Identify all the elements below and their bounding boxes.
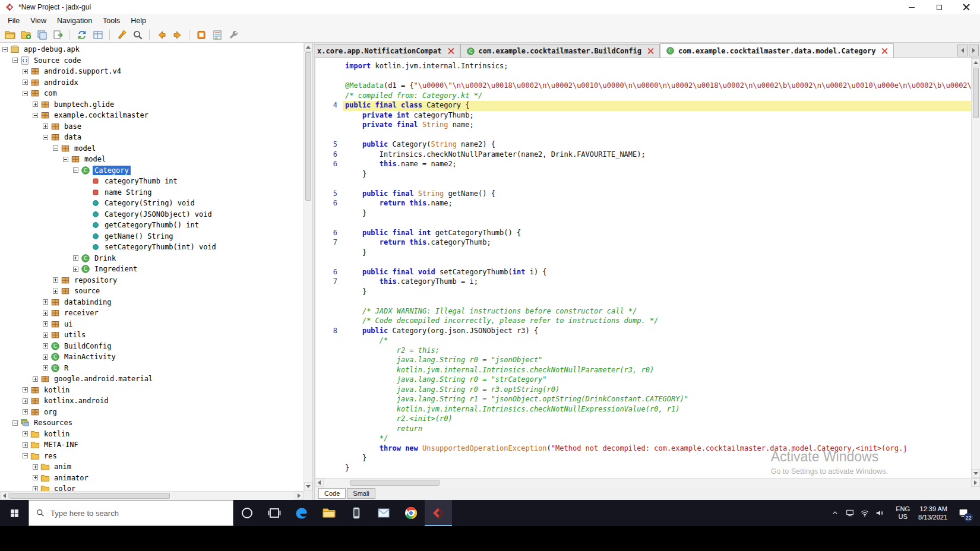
mail-taskbar-button[interactable]	[370, 500, 397, 526]
editor-tab-x-core-app-notificationcompat[interactable]: x.core.app.NotificationCompat	[315, 44, 460, 58]
collapse-handle-icon[interactable]	[2, 47, 8, 52]
menu-item-view[interactable]: View	[25, 15, 52, 26]
menu-item-help[interactable]: Help	[125, 15, 151, 26]
tree-item-kotlinx-android[interactable]: kotlinx.android	[0, 395, 304, 407]
tree-item-androidx[interactable]: androidx	[0, 77, 304, 88]
expand-handle-icon[interactable]	[43, 365, 48, 370]
collapse-handle-icon[interactable]	[53, 145, 58, 151]
tree-item-anim[interactable]: anim	[0, 461, 304, 473]
tree-item-source[interactable]: source	[0, 286, 304, 297]
tree-vertical-scrollbar[interactable]	[304, 43, 312, 491]
preferences-button[interactable]	[226, 28, 241, 42]
tree-item-android-support-v4[interactable]: android.support.v4	[0, 66, 304, 77]
tree-item-repository[interactable]: repository	[0, 275, 304, 286]
tree-item-animator[interactable]: animator	[0, 473, 304, 484]
editor-tab-com-example-cocktailmaster-data-model-category[interactable]: Ccom.example.cocktailmaster.data.model.C…	[660, 43, 894, 58]
tree-item-source-code[interactable]: Source code	[0, 55, 304, 66]
tree-item-example-cocktailmaster[interactable]: example.cocktailmaster	[0, 110, 304, 121]
tree-item-kotlin[interactable]: kotlin	[0, 429, 304, 440]
menu-item-tools[interactable]: Tools	[97, 15, 125, 26]
editor-scroll-left-button[interactable]	[315, 479, 324, 487]
tree-item-ingredient[interactable]: CIngredient	[0, 264, 304, 275]
tree-item-ui[interactable]: ui	[0, 319, 304, 330]
expand-handle-icon[interactable]	[23, 69, 28, 74]
tree-item-category-jsonobject-void[interactable]: Category(JSONObject) void	[0, 209, 304, 220]
add-files-button[interactable]	[18, 28, 33, 42]
tree-hscroll-thumb[interactable]	[10, 493, 170, 499]
expand-handle-icon[interactable]	[33, 486, 38, 491]
tree-item-category[interactable]: CCategory	[0, 165, 304, 176]
scroll-down-button[interactable]	[304, 482, 312, 491]
expand-handle-icon[interactable]	[53, 289, 58, 294]
tree-item-color[interactable]: color	[0, 483, 304, 491]
expand-handle-icon[interactable]	[43, 124, 48, 129]
expand-handle-icon[interactable]	[43, 299, 48, 305]
tree-item-model[interactable]: model	[0, 154, 304, 165]
forward-button[interactable]	[170, 28, 185, 42]
maximize-button[interactable]	[925, 0, 953, 14]
expand-handle-icon[interactable]	[33, 475, 38, 480]
close-tab-icon[interactable]	[647, 48, 654, 55]
tab-scroll-left-button[interactable]	[957, 45, 968, 56]
tree-item-getname-string[interactable]: getName() String	[0, 231, 304, 242]
expand-handle-icon[interactable]	[43, 311, 48, 316]
collapse-handle-icon[interactable]	[23, 91, 28, 96]
collapse-handle-icon[interactable]	[43, 135, 48, 140]
tree-item-google-android-material[interactable]: google.android.material	[0, 373, 304, 385]
expand-handle-icon[interactable]	[43, 332, 48, 338]
tree-item-org[interactable]: org	[0, 407, 304, 418]
expand-handle-icon[interactable]	[23, 80, 28, 85]
deobfuscation-button[interactable]	[90, 28, 105, 42]
open-device-button[interactable]	[194, 28, 208, 42]
tree-item-getcategorythumb-int[interactable]: getCategoryThumb() int	[0, 220, 304, 231]
export-code-button[interactable]	[50, 28, 65, 42]
tree-item-model[interactable]: model	[0, 143, 304, 154]
taskbar-search[interactable]: Type here to search	[29, 500, 233, 526]
jadx-taskbar-button[interactable]	[425, 500, 452, 526]
search-text-button[interactable]	[114, 28, 129, 42]
back-button[interactable]	[154, 28, 169, 42]
tree-item-name-string[interactable]: name String	[0, 187, 304, 198]
tree-item-com[interactable]: com	[0, 88, 304, 99]
tree-item-base[interactable]: base	[0, 121, 304, 132]
file-explorer-taskbar-button[interactable]	[315, 500, 343, 526]
expand-handle-icon[interactable]	[33, 376, 38, 382]
scroll-right-button[interactable]	[295, 492, 304, 500]
expand-handle-icon[interactable]	[73, 255, 78, 261]
chevron-up-button[interactable]	[827, 500, 842, 526]
editor-horizontal-scrollbar[interactable]	[315, 478, 980, 487]
code-tab[interactable]: Code	[318, 488, 346, 499]
tree-horizontal-scrollbar[interactable]	[0, 491, 304, 500]
tree-item-buildconfig[interactable]: CBuildConfig	[0, 341, 304, 352]
scroll-left-button[interactable]	[0, 492, 9, 500]
tree-item-app-debug-apk[interactable]: app-debug.apk	[0, 44, 304, 55]
task-view-button[interactable]	[261, 500, 288, 526]
open-file-button[interactable]	[2, 28, 17, 42]
tree-item-utils[interactable]: utils	[0, 330, 304, 341]
tree-item-meta-inf[interactable]: META-INF	[0, 439, 304, 451]
close-tab-icon[interactable]	[881, 48, 888, 54]
expand-handle-icon[interactable]	[23, 431, 28, 436]
editor-scroll-right-button[interactable]	[971, 479, 980, 487]
tree-item-mainactivity[interactable]: CMainActivity	[0, 352, 304, 363]
tree-item-bumptech-glide[interactable]: bumptech.glide	[0, 99, 304, 110]
chrome-taskbar-button[interactable]	[397, 500, 425, 526]
tree-item-drink[interactable]: CDrink	[0, 253, 304, 264]
collapse-handle-icon[interactable]	[23, 453, 28, 458]
clock[interactable]: 12:39 AM 8/13/2021	[914, 505, 951, 521]
save-all-button[interactable]	[34, 28, 49, 42]
network-button[interactable]	[842, 500, 857, 526]
editor-vertical-scrollbar[interactable]	[971, 58, 980, 478]
search-class-button[interactable]	[130, 28, 145, 42]
edge-taskbar-button[interactable]	[288, 500, 315, 526]
expand-handle-icon[interactable]	[33, 102, 38, 107]
expand-handle-icon[interactable]	[23, 398, 28, 404]
expand-handle-icon[interactable]	[23, 387, 28, 392]
start-button[interactable]	[0, 500, 29, 526]
tree-item-kotlin[interactable]: kotlin	[0, 385, 304, 396]
wifi-button[interactable]	[857, 500, 872, 526]
action-center-button[interactable]: 22	[951, 500, 975, 526]
collapse-handle-icon[interactable]	[63, 157, 68, 162]
tree-item-data[interactable]: data	[0, 132, 304, 143]
expand-handle-icon[interactable]	[33, 464, 38, 470]
